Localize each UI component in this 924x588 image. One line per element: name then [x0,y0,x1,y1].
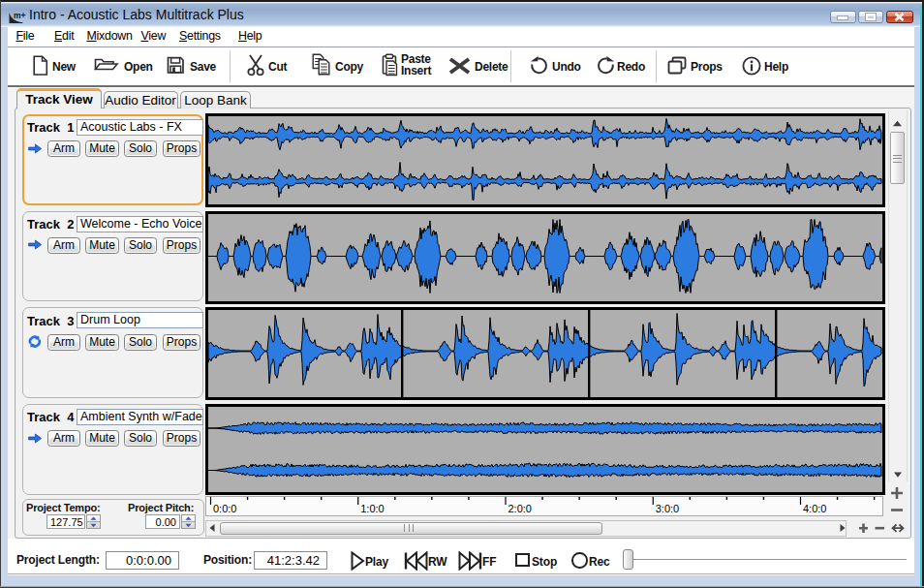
svg-text:3:0:0: 3:0:0 [656,502,679,513]
svg-text:m+: m+ [14,11,26,20]
svg-text:1:0:0: 1:0:0 [360,502,384,513]
svg-text:4:0:0: 4:0:0 [803,502,826,513]
svg-text:2:0:0: 2:0:0 [508,502,532,513]
svg-text:0:0:0: 0:0:0 [213,502,236,513]
